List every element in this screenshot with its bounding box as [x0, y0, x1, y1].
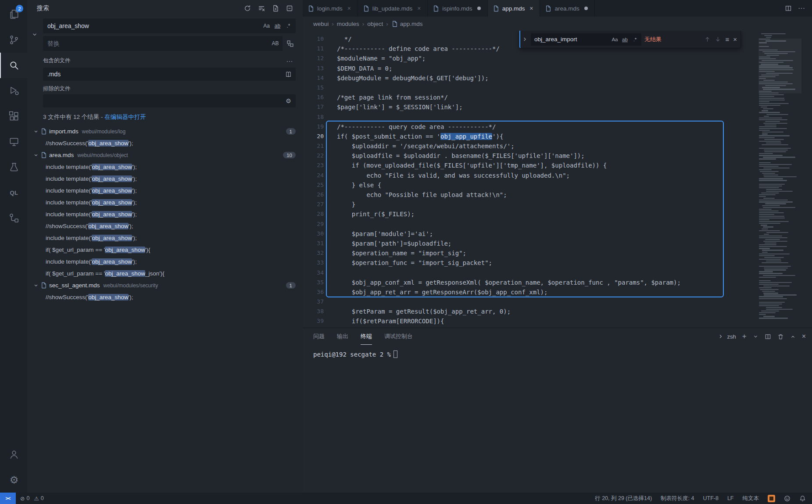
result-file-path: webui/modules/security: [104, 282, 158, 289]
find-whole-word-icon[interactable]: ab: [620, 35, 630, 44]
breadcrumb-item[interactable]: modules: [337, 21, 359, 27]
problems-status[interactable]: ⊘0 ⚠0: [20, 495, 44, 502]
notifications-bell-icon[interactable]: [799, 495, 806, 502]
settings-gear-icon[interactable]: ⚙: [0, 467, 27, 493]
close-icon[interactable]: ×: [346, 5, 353, 12]
chevron-down-icon: [32, 153, 39, 158]
panel-tab[interactable]: 输出: [337, 328, 348, 345]
result-file-name: import.mds: [49, 128, 79, 135]
editor-tab[interactable]: area.mds: [540, 0, 594, 17]
search-result-match-row[interactable]: include template('obj_area_show');: [27, 173, 303, 185]
panel-tab[interactable]: 终端: [361, 328, 372, 345]
panel-tab[interactable]: 调试控制台: [384, 328, 413, 345]
more-actions-icon[interactable]: ···: [798, 4, 805, 12]
clear-results-icon[interactable]: [256, 3, 267, 14]
close-panel-icon[interactable]: ×: [802, 332, 806, 340]
editor-tab[interactable]: login.mds×: [303, 0, 358, 17]
accounts-icon[interactable]: [0, 442, 27, 467]
close-icon[interactable]: ×: [528, 5, 535, 12]
testing-beaker-icon[interactable]: [0, 154, 27, 180]
status-item[interactable]: LF: [727, 495, 734, 501]
editor-code[interactable]: *//*----------- define code area -------…: [337, 31, 812, 328]
extensions-icon[interactable]: [0, 104, 27, 129]
maximize-panel-chevron-icon[interactable]: [790, 334, 796, 340]
search-result-match-row[interactable]: include template('obj_area_show');: [27, 232, 303, 244]
find-toggle-chevron-icon[interactable]: [522, 36, 528, 42]
find-in-selection-icon[interactable]: ≡: [725, 36, 729, 43]
breadcrumb-separator: ›: [362, 21, 365, 27]
toggle-replace-chevron-icon[interactable]: [30, 18, 39, 51]
preserve-case-icon[interactable]: AB: [270, 39, 280, 49]
find-input[interactable]: [534, 36, 609, 43]
find-match-case-icon[interactable]: Aa: [610, 35, 619, 44]
editor-group: login.mds×lib_update.mds×ispinfo.mdsapp.…: [303, 0, 812, 493]
codeql-icon[interactable]: QL: [0, 180, 27, 205]
source-control-icon[interactable]: [0, 27, 27, 53]
replace-all-icon[interactable]: [284, 38, 296, 49]
status-item[interactable]: UTF-8: [703, 495, 718, 501]
new-terminal-icon[interactable]: +: [742, 332, 747, 341]
search-result-file-row[interactable]: area.mdswebui/modules/object10: [27, 149, 303, 161]
replace-input[interactable]: [47, 40, 269, 47]
open-in-editor-link[interactable]: 在编辑器中打开: [104, 114, 146, 120]
terminal-shell-selector[interactable]: zsh: [718, 333, 736, 340]
match-case-icon[interactable]: Aa: [261, 21, 272, 31]
status-item[interactable]: 制表符长度: 4: [661, 495, 694, 502]
close-icon[interactable]: ×: [415, 5, 422, 12]
terminal[interactable]: peiqi@192 secgate 2 %: [303, 345, 812, 493]
find-next-icon[interactable]: [715, 36, 721, 43]
editor-gutter[interactable]: 1011121314151617181920212223242526272829…: [303, 31, 337, 328]
search-result-match-row[interactable]: include template('obj_area_show');: [27, 161, 303, 173]
remote-indicator[interactable]: ><: [0, 493, 16, 504]
remote-explorer-icon[interactable]: [0, 129, 27, 154]
search-result-match-row[interactable]: //showSuccess('obj_area_show');: [27, 137, 303, 149]
exclude-settings-gear-icon[interactable]: ⚙: [283, 96, 293, 106]
search-result-match-row[interactable]: if( $get_url_param == 'obj_area_show'){: [27, 244, 303, 256]
terminal-dropdown-chevron-icon[interactable]: [753, 334, 758, 340]
editor-tab[interactable]: ispinfo.mds: [428, 0, 487, 17]
search-input[interactable]: [47, 22, 261, 29]
result-file-name: area.mds: [49, 152, 74, 158]
panel-tab[interactable]: 问题: [313, 328, 325, 345]
status-item[interactable]: 行 20, 列 29 (已选择14): [595, 495, 652, 502]
toggle-search-details-icon[interactable]: ···: [284, 55, 295, 66]
status-item[interactable]: 纯文本: [743, 495, 759, 502]
search-result-file-row[interactable]: import.mdswebui/modules/log1: [27, 125, 303, 137]
new-search-editor-icon[interactable]: [270, 3, 281, 14]
editor-tab[interactable]: app.mds×: [488, 0, 540, 17]
search-result-match-row[interactable]: //showSuccess('obj_area_show');: [27, 220, 303, 232]
open-editors-only-icon[interactable]: [283, 69, 293, 79]
breadcrumb-file[interactable]: app.mds: [391, 21, 423, 27]
search-result-match-row[interactable]: //showSuccess('obj_area_show');: [27, 291, 303, 303]
search-result-file-row[interactable]: sec_ssl_agent.mdswebui/modules/security1: [27, 279, 303, 291]
run-and-debug-icon[interactable]: [0, 78, 27, 104]
refresh-icon[interactable]: [242, 3, 253, 14]
split-terminal-icon[interactable]: [765, 333, 771, 340]
find-close-icon[interactable]: ×: [733, 36, 737, 43]
search-result-match-row[interactable]: include template('obj_area_show');: [27, 256, 303, 268]
explorer-icon[interactable]: 2: [0, 2, 27, 27]
search-result-match-row[interactable]: if( $get_url_param == 'obj_area_show_jso…: [27, 268, 303, 279]
search-result-match-row[interactable]: include template('obj_area_show');: [27, 197, 303, 208]
workflow-icon[interactable]: [0, 205, 27, 231]
find-previous-icon[interactable]: [704, 36, 711, 43]
find-regex-icon[interactable]: .*: [630, 35, 640, 44]
breadcrumb-item[interactable]: object: [367, 21, 383, 27]
extension-status-icon[interactable]: [768, 495, 775, 502]
split-editor-icon[interactable]: [785, 5, 792, 12]
search-result-match-row[interactable]: include template('obj_area_show');: [27, 185, 303, 197]
search-icon[interactable]: [0, 53, 27, 78]
search-result-match-row[interactable]: include template('obj_area_show');: [27, 208, 303, 220]
whole-word-icon[interactable]: ab: [272, 21, 283, 31]
breadcrumb-item[interactable]: webui: [313, 21, 329, 27]
kill-terminal-trash-icon[interactable]: [777, 333, 784, 340]
overview-ruler[interactable]: [801, 31, 812, 328]
editor-tab[interactable]: lib_update.mds×: [358, 0, 428, 17]
files-include-input[interactable]: [47, 71, 283, 78]
collapse-all-icon[interactable]: [284, 3, 295, 14]
minimap-slider[interactable]: [758, 39, 801, 93]
minimap[interactable]: [758, 31, 801, 328]
files-exclude-input[interactable]: [47, 97, 283, 104]
regex-icon[interactable]: .*: [283, 21, 293, 31]
feedback-icon[interactable]: [784, 495, 791, 502]
